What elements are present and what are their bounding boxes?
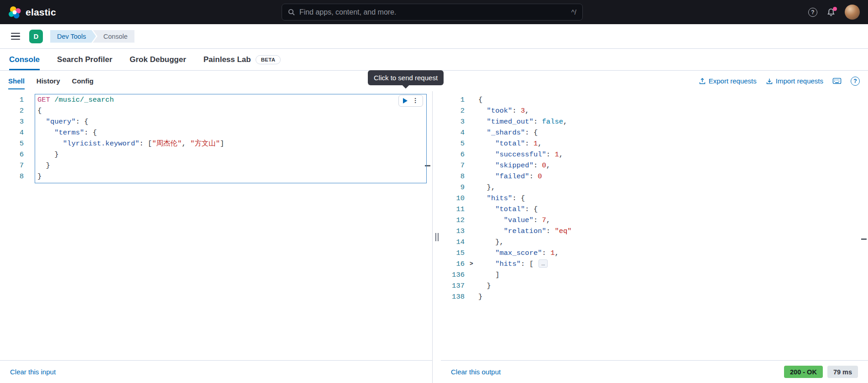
- code-text: "value": 7,: [478, 215, 868, 226]
- code-token: 0: [542, 161, 546, 170]
- resize-handle-icon: [435, 233, 439, 241]
- menu-hamburger-icon[interactable]: [9, 31, 22, 42]
- panel-resizer[interactable]: [433, 91, 441, 383]
- import-requests-button[interactable]: Import requests: [766, 77, 823, 85]
- console-split: Click to send request 1GET /music/_searc…: [0, 91, 868, 383]
- global-search[interactable]: ^/: [282, 4, 583, 21]
- code-token: [37, 129, 54, 137]
- header-icon-group: ?: [808, 5, 860, 20]
- send-request-button[interactable]: [399, 95, 411, 106]
- code-token: "hits": [495, 260, 521, 268]
- subtab-config[interactable]: Config: [72, 71, 94, 91]
- clear-input-link[interactable]: Clear this input: [10, 368, 56, 376]
- code-token: [478, 205, 495, 213]
- code-text: },: [478, 237, 868, 248]
- keyboard-shortcuts-button[interactable]: [832, 78, 842, 84]
- code-line: 5 "total": 1,: [441, 138, 868, 149]
- code-token: 7: [542, 216, 546, 224]
- request-options-button[interactable]: …: [411, 95, 423, 106]
- line-number: 8: [441, 171, 465, 182]
- fold-gutter: [24, 116, 37, 127]
- code-token: ,: [546, 161, 550, 170]
- line-number: 11: [441, 204, 465, 215]
- tab-console-label: Console: [9, 55, 40, 64]
- code-text: "skipped": 0,: [478, 160, 868, 171]
- code-token: /music/_search: [54, 96, 114, 104]
- code-token: }: [478, 293, 482, 301]
- space-badge[interactable]: D: [29, 30, 43, 43]
- fold-gutter: [24, 171, 37, 182]
- fold-gutter: [465, 280, 478, 291]
- code-line: 16> "hits": [ …: [441, 259, 868, 269]
- code-line: 10 "hits": {: [441, 193, 868, 204]
- code-token: "skipped": [495, 161, 533, 170]
- request-editor[interactable]: 1GET /music/_search2{3 "query": {4 "term…: [0, 91, 432, 360]
- subtab-shell[interactable]: Shell: [8, 71, 25, 91]
- code-token: [478, 129, 487, 137]
- line-number: 4: [441, 127, 465, 138]
- code-line: 138}: [441, 291, 868, 302]
- console-subtabs: Shell History Config: [8, 71, 94, 91]
- tab-console[interactable]: Console: [9, 49, 40, 70]
- code-line: 13 "relation": "eq": [441, 226, 868, 237]
- code-token: [478, 194, 487, 202]
- code-text: {: [478, 94, 868, 105]
- notification-dot: [833, 7, 837, 11]
- code-text: "hits": [ …: [478, 259, 868, 269]
- line-number: 136: [441, 269, 465, 280]
- code-text: }: [478, 291, 868, 302]
- console-help-icon[interactable]: ?: [851, 77, 860, 86]
- import-requests-label: Import requests: [776, 77, 823, 85]
- newsfeed-bell-icon[interactable]: [826, 8, 836, 17]
- code-text: "failed": 0: [478, 171, 868, 182]
- fold-gutter: [24, 127, 37, 138]
- code-text: GET /music/_search: [37, 94, 432, 105]
- code-token: :: [533, 118, 542, 126]
- code-token: "failed": [495, 172, 529, 181]
- tab-painless-lab[interactable]: Painless Lab BETA: [204, 49, 281, 70]
- fold-gutter: [465, 160, 478, 171]
- tab-painless-lab-label: Painless Lab: [204, 55, 251, 64]
- line-number: 137: [441, 280, 465, 291]
- code-line: 7 "skipped": 0,: [441, 160, 868, 171]
- breadcrumb-console[interactable]: Console: [93, 30, 134, 43]
- code-token: ,: [538, 140, 542, 148]
- code-token: : {: [512, 194, 525, 202]
- elastic-home-link[interactable]: elastic: [8, 6, 56, 19]
- code-line: 3 "timed_out": false,: [441, 116, 868, 127]
- code-token: ,: [525, 107, 529, 115]
- code-token: }: [37, 161, 50, 170]
- code-text: },: [478, 182, 868, 193]
- code-token: "周杰伦": [152, 140, 182, 148]
- code-token: :: [533, 216, 542, 224]
- fold-toggle-icon[interactable]: >: [465, 259, 478, 269]
- breadcrumb-dev-tools[interactable]: Dev Tools: [50, 30, 96, 43]
- code-token: :: [542, 249, 551, 257]
- tab-search-profiler[interactable]: Search Profiler: [57, 49, 112, 70]
- code-token: "方文山": [190, 140, 220, 148]
- code-text: }: [478, 280, 868, 291]
- subtab-history[interactable]: History: [37, 71, 60, 91]
- export-requests-button[interactable]: Export requests: [699, 77, 757, 85]
- code-token: :: [525, 140, 533, 148]
- code-line: 12 "value": 7,: [441, 215, 868, 226]
- global-search-input[interactable]: [299, 8, 567, 16]
- global-header: elastic ^/ ?: [0, 0, 868, 24]
- code-text: "hits": {: [478, 193, 868, 204]
- clear-output-link[interactable]: Clear this output: [451, 368, 501, 376]
- folded-content-ellipsis[interactable]: …: [539, 259, 548, 268]
- help-icon[interactable]: ?: [808, 8, 817, 17]
- code-text: }: [37, 160, 432, 171]
- code-token: : {: [525, 205, 538, 213]
- code-token: [37, 140, 63, 148]
- code-text: "relation": "eq": [478, 226, 868, 237]
- brand-wordmark: elastic: [26, 7, 56, 18]
- tab-grok-debugger[interactable]: Grok Debugger: [130, 49, 186, 70]
- code-line: 9 },: [441, 182, 868, 193]
- code-token: },: [478, 238, 504, 246]
- code-token: [478, 227, 504, 235]
- code-token: GET: [37, 96, 50, 104]
- response-output: 1{2 "took": 3,3 "timed_out": false,4 "_s…: [441, 91, 868, 360]
- line-number: 6: [441, 149, 465, 160]
- user-avatar[interactable]: [845, 5, 860, 20]
